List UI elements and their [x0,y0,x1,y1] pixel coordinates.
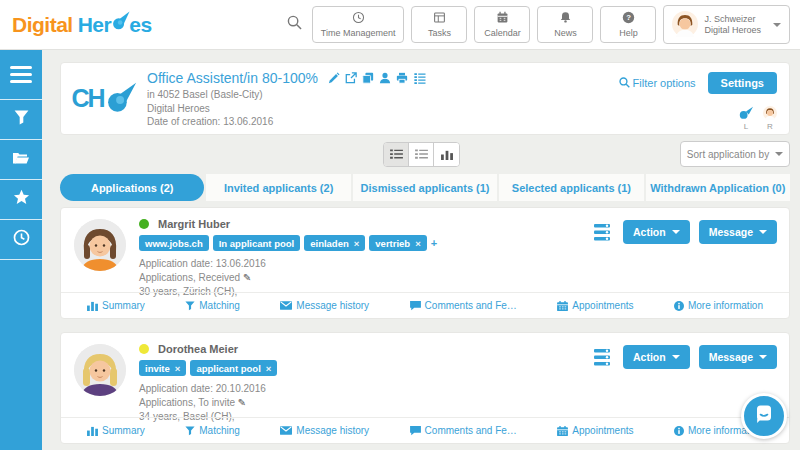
logo-word-es: es [129,13,151,37]
nav-label: News [554,28,577,38]
chat-widget-button[interactable] [741,393,787,439]
link-message-history[interactable]: Message history [280,425,369,436]
application-stage: Applications, To invite [139,397,235,408]
workflow-list-icon[interactable] [594,224,614,241]
nav-calendar[interactable]: Calendar [474,6,530,43]
nav-help[interactable]: ? Help [600,6,656,43]
applicant-avatar[interactable] [74,219,126,271]
edit-icon[interactable] [328,72,340,84]
sidebar-item-history[interactable] [0,220,42,260]
job-title: Office Assistent/in 80-100% [147,70,318,86]
recruiter-left[interactable]: L [738,106,754,131]
list-icon[interactable] [413,72,426,84]
tag-label: vertrieb [375,238,410,249]
applicant-tag[interactable]: applicant pool× [190,360,277,376]
applicant-name[interactable]: Dorothea Meier [158,343,238,355]
message-button[interactable]: Message [699,220,777,244]
user-avatar [672,11,698,39]
link-matching[interactable]: Matching [185,300,240,311]
nav-label: Calendar [484,28,521,38]
list-view-button[interactable] [384,143,409,166]
sidebar-menu-toggle[interactable] [0,50,42,100]
tab-withdrawn[interactable]: Withdrawn Application (0) [646,174,790,201]
user-name: J. Schweizer [704,14,761,25]
tab-dismissed[interactable]: Dismissed applicants (1) [353,174,497,201]
applicant-tag[interactable]: www.jobs.ch [139,235,209,251]
folder-icon [12,150,30,170]
copy-icon[interactable] [362,72,374,84]
tab-applications[interactable]: Applications (2) [60,174,204,201]
link-comments[interactable]: Comments and Fe… [410,300,517,311]
sidebar-item-folders[interactable] [0,140,42,180]
link-comments[interactable]: Comments and Fe… [410,425,517,436]
action-button[interactable]: Action [623,220,690,244]
calendar-icon [496,11,509,26]
applicant-tabs: Applications (2) Invited applicants (2) … [60,174,790,201]
job-card: CH Office Assistent/in 80-100% in 4052 B… [60,62,790,135]
share-icon[interactable] [345,72,357,84]
applicant-tag[interactable]: einladen× [304,235,365,251]
compact-view-button[interactable] [409,143,434,166]
workflow-list-icon[interactable] [594,349,614,366]
sort-dropdown[interactable]: Sort application by [680,141,790,167]
link-summary[interactable]: Summary [87,425,145,436]
tag-label: invite [145,363,170,374]
edit-stage-icon[interactable]: ✎ [243,272,251,283]
remove-tag-icon[interactable]: × [415,238,421,249]
sidebar-item-favorites[interactable] [0,180,42,220]
help-icon: ? [622,11,635,26]
link-label: Message history [296,300,369,311]
nav-news[interactable]: News [537,6,593,43]
sidebar-item-filter[interactable] [0,100,42,140]
nav-tasks[interactable]: Tasks [411,6,467,43]
job-creation-date: Date of creation: 13.06.2016 [147,115,559,129]
edit-stage-icon[interactable]: ✎ [238,397,246,408]
tag-row: www.jobs.ch In applicant pool einladen× … [139,235,549,251]
chart-view-button[interactable] [434,143,459,166]
remove-tag-icon[interactable]: × [354,238,360,249]
tab-invited[interactable]: Invited applicants (2) [206,174,350,201]
applicant-avatar[interactable] [74,344,126,396]
settings-button[interactable]: Settings [708,72,777,94]
search-icon[interactable] [287,15,302,34]
nav-time-management[interactable]: Time Management [312,6,405,43]
user-menu[interactable]: J. Schweizer Digital Heroes [663,5,790,44]
link-label: Matching [199,300,240,311]
applicant-links: Summary Matching Message history Comment… [61,292,789,318]
applicant-tag[interactable]: invite× [139,360,186,376]
applicant-tag[interactable]: In applicant pool [213,235,300,251]
tag-label: www.jobs.ch [145,238,203,249]
link-matching[interactable]: Matching [185,425,240,436]
remove-tag-icon[interactable]: × [175,363,181,374]
recruiter-right[interactable]: R [763,106,777,131]
chevron-down-icon [775,152,783,160]
message-button[interactable]: Message [699,345,777,369]
filter-options-link[interactable]: Filter options [619,77,696,90]
applicant-tag[interactable]: vertrieb× [369,235,426,251]
add-tag-button[interactable]: + [431,237,437,249]
nav-label: Tasks [428,28,451,38]
action-button[interactable]: Action [623,345,690,369]
application-date: Application date: 13.06.2016 [139,257,549,271]
link-label: Appointments [572,425,633,436]
link-more-information[interactable]: More information [674,300,763,311]
tab-selected[interactable]: Selected applicants (1) [499,174,643,201]
tag-label: In applicant pool [219,238,294,249]
job-title-actions [328,72,426,84]
chevron-down-icon [773,23,781,31]
comet-icon [738,106,754,122]
company-logo: CH [61,63,147,134]
link-summary[interactable]: Summary [87,300,145,311]
applicant-name[interactable]: Margrit Huber [158,218,230,230]
tag-label: applicant pool [196,363,260,374]
link-appointments[interactable]: Appointments [557,425,633,436]
status-dot [139,344,149,354]
link-appointments[interactable]: Appointments [557,300,633,311]
link-label: Message history [296,425,369,436]
print-icon[interactable] [396,72,408,84]
link-message-history[interactable]: Message history [280,300,369,311]
sort-label: Sort application by [687,149,769,160]
remove-tag-icon[interactable]: × [266,363,272,374]
person-icon[interactable] [379,72,391,84]
nav-label: Time Management [321,28,396,38]
